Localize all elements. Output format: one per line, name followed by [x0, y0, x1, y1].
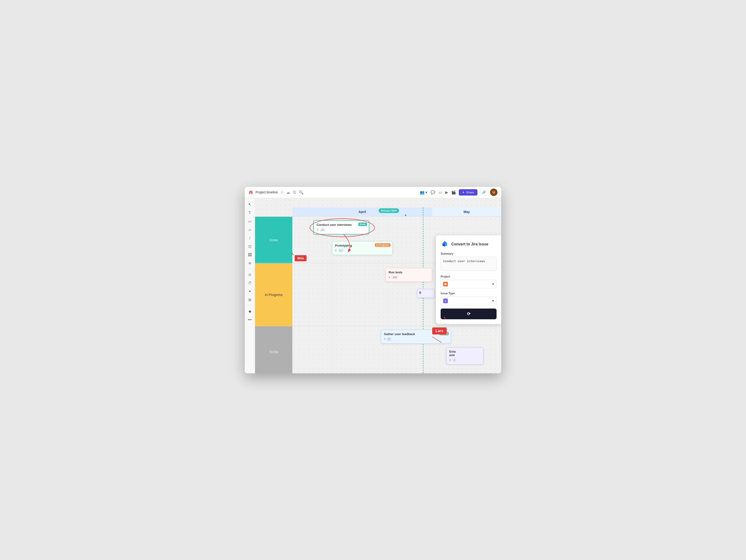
- title-bar-icons: ☆ ☁ ☰ 🔍: [280, 190, 304, 195]
- issue-type-dropdown-arrow: ▾: [492, 299, 494, 302]
- sidebar-select-tool[interactable]: ↖: [246, 201, 254, 208]
- project-icon: [443, 282, 448, 287]
- present-icon[interactable]: ▭: [438, 190, 442, 195]
- card-prototyping-count: 4: [335, 249, 337, 252]
- sidebar-divider-2: [247, 305, 253, 306]
- play-icon[interactable]: ▶: [445, 190, 448, 195]
- card-esta-title: Estaand: [449, 350, 481, 357]
- april-header: April: [292, 207, 432, 216]
- video-icon[interactable]: 🎬: [451, 190, 456, 195]
- issue-type-label: Issue Type: [440, 292, 496, 295]
- card-prototyping-meta: 4 DJ: [335, 249, 390, 253]
- main-content: ↖ T ▭ ▱ / ⊡ 🖼 ≋ ⊙ ⏱ ✦ ⊞ ◆ ••• Done In Pr…: [245, 198, 501, 373]
- sidebar-timer-tool[interactable]: ⏱: [246, 279, 254, 287]
- status-done-row: Done: [255, 217, 292, 263]
- april-label: April: [358, 210, 366, 214]
- sidebar-grid-tool[interactable]: ⊡: [246, 243, 254, 250]
- search-icon[interactable]: 🔍: [299, 190, 304, 195]
- people-icon[interactable]: 👥 ▾: [420, 190, 427, 195]
- release-mvp-dot: [404, 214, 407, 217]
- project-select-left: [443, 282, 453, 287]
- sidebar-text-tool[interactable]: T: [246, 209, 254, 217]
- menu-icon[interactable]: ☰: [293, 190, 296, 195]
- sidebar-connections-tool[interactable]: ⊙: [246, 271, 254, 278]
- oval-annotation: [310, 218, 375, 237]
- cursor-pointer-wes: ↖: [291, 251, 295, 257]
- grid-line-3: [255, 326, 501, 326]
- title-bar: Project timeline ☆ ☁ ☰ 🔍 👥 ▾ 💬 ▭ ▶ 🎬 ✈ S…: [245, 187, 501, 198]
- app-title: Project timeline: [256, 190, 278, 194]
- comment-icon[interactable]: 💬: [431, 190, 435, 195]
- card-feedback-count: 3: [384, 337, 385, 341]
- card-runtests-count: 4: [389, 276, 390, 279]
- status-inprogress-row: In Progress: [255, 263, 292, 326]
- card-interviews-count: 3: [317, 228, 318, 231]
- app-logo-icon: [249, 190, 253, 195]
- card-runtests-meta: 4 AW: [389, 275, 429, 279]
- card-feedback-meta: 3 K: [384, 337, 448, 341]
- card-prototyping-assignee: DJ: [338, 249, 344, 253]
- card-runtests-title: Run tests: [389, 271, 429, 274]
- card-esta-assignee: J: [452, 358, 456, 362]
- title-bar-left: Project timeline ☆ ☁ ☰ 🔍: [249, 190, 417, 195]
- share-button[interactable]: ✈ Share: [459, 189, 478, 196]
- may-label: May: [463, 210, 470, 214]
- share-icon: ✈: [462, 190, 465, 194]
- svg-point-0: [250, 191, 251, 192]
- card-esta[interactable]: Estaand 4 J: [446, 347, 484, 364]
- sidebar-shape-tool[interactable]: ▱: [246, 226, 254, 234]
- card-conduct-interviews[interactable]: Done Conduct user interviews 3 JS: [313, 220, 369, 234]
- star-icon[interactable]: ☆: [280, 190, 284, 195]
- card-d-title: D: [419, 291, 432, 294]
- summary-label: Summary: [440, 252, 496, 256]
- link-icon-button[interactable]: 🔗: [480, 189, 487, 196]
- card-run-tests[interactable]: Run tests 4 AW: [385, 268, 432, 282]
- status-todo-label: To Do: [269, 350, 278, 354]
- sidebar-image-tool[interactable]: 🖼: [246, 251, 254, 259]
- release-mvp-badge: Release MVP: [379, 208, 399, 213]
- card-done-badge: Done: [358, 223, 367, 226]
- card-esta-count: 4: [449, 358, 451, 362]
- wes-annotation-label: Wes: [295, 255, 307, 261]
- sidebar-more-tool[interactable]: •••: [246, 316, 254, 323]
- cursor-near-convert: ↖: [443, 316, 447, 321]
- grid-line-1: [255, 216, 501, 216]
- jira-panel-title: Convert to Jira Issue: [451, 242, 488, 246]
- app-window: Project timeline ☆ ☁ ☰ 🔍 👥 ▾ 💬 ▭ ▶ 🎬 ✈ S…: [245, 187, 501, 373]
- lars-annotation-label: Lars: [432, 327, 447, 334]
- status-inprogress-label: In Progress: [265, 293, 283, 297]
- svg-point-3: [444, 283, 447, 285]
- card-interviews-meta: 3 JS: [317, 228, 366, 232]
- jira-panel-header: Convert to Jira Issue: [440, 240, 496, 248]
- cloud-icon[interactable]: ☁: [286, 190, 290, 195]
- status-done-label: Done: [269, 238, 278, 242]
- convert-button[interactable]: ⟳: [440, 308, 496, 319]
- toolbar-icons: 👥 ▾ 💬 ▭ ▶ 🎬: [420, 190, 456, 195]
- project-dropdown-arrow: ▾: [492, 282, 494, 286]
- issue-type-icon: [443, 298, 448, 303]
- status-todo-row: To Do: [255, 326, 292, 373]
- sidebar-org-tool[interactable]: ✦: [246, 288, 254, 295]
- sidebar-table-tool[interactable]: ≋: [246, 260, 254, 267]
- title-bar-right: 👥 ▾ 💬 ▭ ▶ 🎬 ✈ Share 🔗 U: [420, 188, 497, 196]
- sidebar-pen-tool[interactable]: /: [246, 234, 254, 242]
- card-esta-meta: 4 J: [449, 358, 481, 362]
- summary-input[interactable]: Conduct user interviews: [440, 257, 496, 271]
- left-sidebar: ↖ T ▭ ▱ / ⊡ 🖼 ≋ ⊙ ⏱ ✦ ⊞ ◆ •••: [245, 198, 255, 373]
- card-inprogress-badge: In Progress: [375, 243, 391, 247]
- project-select[interactable]: ▾: [440, 279, 496, 289]
- may-header: May: [432, 207, 501, 216]
- sidebar-frame-tool[interactable]: ▭: [246, 218, 254, 225]
- issue-type-select[interactable]: ▾: [440, 296, 496, 305]
- card-d[interactable]: D: [417, 289, 434, 298]
- jira-logo-icon: [440, 240, 449, 248]
- card-prototyping[interactable]: In Progress Prototyping 4 DJ: [332, 241, 393, 255]
- card-feedback-assignee: K: [387, 337, 392, 341]
- canvas-area: Done In Progress To Do April May: [255, 198, 501, 373]
- card-interviews-assignee: JS: [320, 228, 325, 232]
- sidebar-apps-tool[interactable]: ⊞: [246, 296, 254, 304]
- jira-convert-panel: Convert to Jira Issue Summary Conduct us…: [436, 235, 501, 324]
- convert-refresh-icon: ⟳: [467, 311, 470, 317]
- user-avatar: U: [490, 188, 497, 196]
- sidebar-diamond-tool[interactable]: ◆: [246, 307, 254, 315]
